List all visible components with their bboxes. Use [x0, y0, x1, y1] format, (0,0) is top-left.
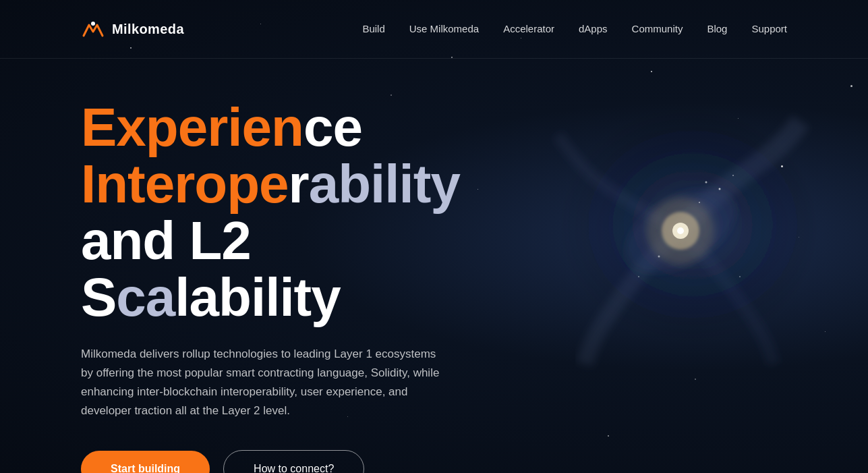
title-line2-orange: Interope	[81, 154, 289, 214]
logo-text: Milkomeda	[112, 22, 184, 37]
hero-section: Experience Interoperability and L2 Scala…	[0, 59, 526, 473]
title-line3-lavender1: ca	[116, 267, 175, 327]
nav-community[interactable]: Community	[632, 23, 683, 34]
navbar: Milkomeda Build Use Milkomeda Accelerato…	[0, 0, 868, 59]
svg-point-13	[91, 22, 95, 26]
hero-description: Milkomeda delivers rollup technologies t…	[81, 345, 445, 420]
nav-blog[interactable]: Blog	[707, 23, 727, 34]
logo-icon	[81, 20, 105, 38]
title-line2-white: r	[289, 154, 309, 214]
nav-use-milkomeda[interactable]: Use Milkomeda	[409, 23, 479, 34]
title-line2-lavender: ability	[309, 154, 460, 214]
title-line1-orange: Experien	[81, 97, 303, 157]
nav-links: Build Use Milkomeda Accelerator dApps Co…	[362, 23, 787, 35]
how-to-connect-button[interactable]: How to connect?	[223, 450, 364, 473]
nav-build[interactable]: Build	[362, 23, 384, 34]
nav-support[interactable]: Support	[751, 23, 787, 34]
title-line3-white2: lability	[175, 267, 340, 327]
hero-title: Experience Interoperability and L2 Scala…	[81, 99, 445, 326]
start-building-button[interactable]: Start building	[81, 451, 210, 473]
title-line1-white: ce	[303, 97, 362, 157]
cta-row: Start building How to connect?	[81, 450, 445, 473]
logo-link[interactable]: Milkomeda	[81, 20, 184, 38]
nav-dapps[interactable]: dApps	[579, 23, 608, 34]
nav-accelerator[interactable]: Accelerator	[503, 23, 554, 34]
